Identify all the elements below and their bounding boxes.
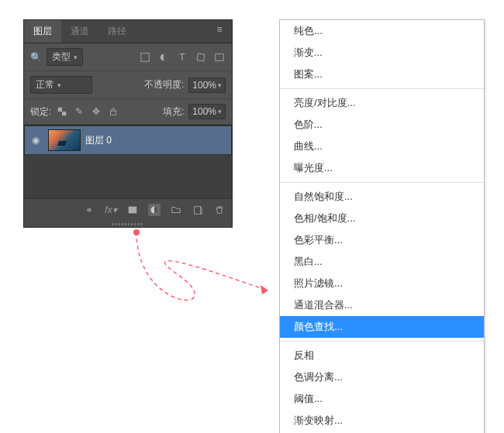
svg-rect-7 xyxy=(129,207,137,214)
filter-type-icon[interactable]: T xyxy=(176,51,188,64)
filter-smart-icon[interactable] xyxy=(213,51,226,64)
chevron-down-icon: ▾ xyxy=(74,53,78,61)
filter-adjust-icon[interactable] xyxy=(157,51,170,64)
menu-item[interactable]: 照片滤镜... xyxy=(280,273,484,294)
menu-item[interactable]: 纯色... xyxy=(280,20,484,42)
svg-rect-5 xyxy=(62,112,66,115)
menu-item[interactable]: 曝光度... xyxy=(280,157,484,179)
menu-item[interactable]: 曲线... xyxy=(280,136,484,157)
layer-thumbnail[interactable] xyxy=(48,129,81,151)
menu-icon: ≡ xyxy=(213,23,226,36)
fill-label: 填充: xyxy=(163,105,184,119)
opacity-value: 100% xyxy=(192,80,216,91)
adjustment-context-menu: 纯色...渐变...图案...亮度/对比度...色阶...曲线...曝光度...… xyxy=(279,19,485,433)
menu-item[interactable]: 色相/饱和度... xyxy=(280,208,484,229)
layer-item[interactable]: ◉ 图层 0 xyxy=(24,125,232,155)
blend-row: 正常 ▾ 不透明度: 100% ▾ xyxy=(24,71,232,99)
link-icon[interactable]: ⚭ xyxy=(83,204,95,216)
svg-rect-0 xyxy=(141,53,150,61)
lock-row: 锁定: ✎ ✥ 填充: 100% ▾ xyxy=(24,99,232,125)
filter-type-dropdown[interactable]: 类型 ▾ xyxy=(47,48,83,66)
chevron-down-icon: ▾ xyxy=(218,81,222,89)
menu-item[interactable]: 渐变... xyxy=(280,42,484,64)
lock-label: 锁定: xyxy=(30,105,51,119)
menu-item[interactable]: 颜色查找... xyxy=(280,316,484,338)
blend-mode-dropdown[interactable]: 正常 ▾ xyxy=(30,76,92,94)
blend-mode-value: 正常 xyxy=(36,78,54,91)
svg-rect-2 xyxy=(197,53,205,60)
filter-shape-icon[interactable] xyxy=(195,51,207,64)
fx-icon[interactable]: fx▾ xyxy=(105,204,117,216)
layer-name: 图层 0 xyxy=(85,134,112,147)
opacity-label: 不透明度: xyxy=(144,78,184,91)
panel-tabs: 图层 通道 路径 ≡ xyxy=(24,20,232,43)
search-icon: 🔍 xyxy=(30,52,42,63)
opacity-spinner[interactable]: 100% ▾ xyxy=(188,77,226,93)
menu-item[interactable]: 色彩平衡... xyxy=(280,229,484,251)
layers-list: ◉ 图层 0 xyxy=(24,125,232,198)
mask-icon[interactable] xyxy=(126,204,139,216)
menu-item[interactable]: 色阶... xyxy=(280,114,484,136)
menu-separator xyxy=(280,341,484,342)
menu-separator xyxy=(280,182,484,183)
filter-label: 类型 xyxy=(52,50,71,64)
trash-icon[interactable] xyxy=(213,204,226,216)
tab-channels[interactable]: 通道 xyxy=(61,20,98,43)
svg-rect-6 xyxy=(111,111,116,115)
tab-paths[interactable]: 路径 xyxy=(98,20,136,43)
lock-transparent-icon[interactable] xyxy=(56,105,68,118)
menu-item[interactable]: 黑白... xyxy=(280,251,484,273)
layers-panel: 图层 通道 路径 ≡ 🔍 类型 ▾ T 正常 ▾ 不透明度: 100% ▾ xyxy=(23,19,233,228)
menu-item[interactable]: 通道混合器... xyxy=(280,294,484,316)
menu-item[interactable]: 渐变映射... xyxy=(280,410,484,431)
svg-marker-10 xyxy=(261,285,268,294)
svg-rect-4 xyxy=(58,108,62,112)
lock-brush-icon[interactable]: ✎ xyxy=(73,105,85,118)
fill-spinner[interactable]: 100% ▾ xyxy=(188,104,226,119)
adjustment-layer-icon[interactable] xyxy=(148,204,161,216)
group-icon[interactable] xyxy=(170,204,182,216)
chevron-down-icon: ▾ xyxy=(218,108,222,115)
menu-item[interactable]: 图案... xyxy=(280,64,484,85)
chevron-down-icon: ▾ xyxy=(57,81,61,89)
filter-row: 🔍 类型 ▾ T xyxy=(24,43,232,71)
annotation-arrow xyxy=(85,221,287,314)
menu-item[interactable]: 亮度/对比度... xyxy=(280,92,484,114)
menu-item[interactable]: 阈值... xyxy=(280,388,484,410)
menu-separator xyxy=(280,88,484,89)
lock-move-icon[interactable]: ✥ xyxy=(90,105,102,118)
visibility-eye-icon[interactable]: ◉ xyxy=(28,135,43,146)
panel-footer: ⚭ fx▾ xyxy=(24,198,232,221)
tab-layers[interactable]: 图层 xyxy=(24,20,61,43)
new-layer-icon[interactable] xyxy=(192,204,204,216)
menu-item[interactable]: 色调分离... xyxy=(280,366,484,388)
menu-item[interactable]: 反相 xyxy=(280,345,484,366)
filter-pixel-icon[interactable] xyxy=(139,51,151,64)
panel-menu-button[interactable]: ≡ xyxy=(207,20,232,43)
fill-value: 100% xyxy=(192,106,216,117)
lock-all-icon[interactable] xyxy=(107,105,119,118)
svg-rect-3 xyxy=(216,53,224,60)
menu-item[interactable]: 自然饱和度... xyxy=(280,186,484,208)
svg-rect-9 xyxy=(195,207,201,215)
